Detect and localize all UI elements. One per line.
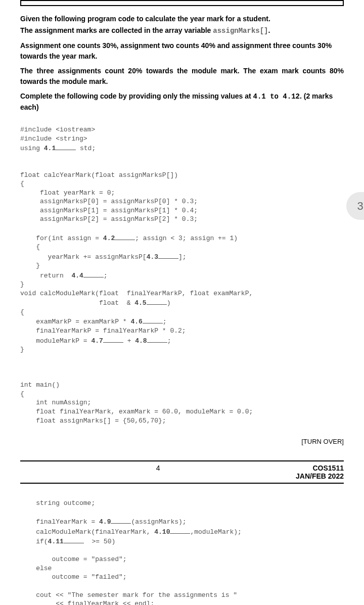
intro-p3: The three assignments count 20% towards … (20, 66, 344, 87)
question-intro: Given the following program code to calc… (20, 14, 344, 113)
intro-p1b: The assignment marks are collected in th… (20, 25, 344, 36)
intro-p2: Assignment one counts 30%, assignment tw… (20, 40, 344, 62)
top-border (20, 0, 344, 6)
intro-p4: Complete the following code by providing… (20, 91, 344, 113)
page-footer: 4 COS1511 JAN/FEB 2022 (20, 460, 344, 484)
code-block-2: string outcome; finalYearMark = 4.9(assi… (20, 499, 344, 605)
turn-over-label: [TURN OVER] (20, 438, 344, 445)
footer-right: COS1511 JAN/FEB 2022 (296, 464, 344, 480)
page-tab-badge: 3 (346, 192, 364, 220)
code-block-1: #include <iostream> #include <string> us… (20, 125, 344, 425)
footer-page-number: 4 (156, 464, 160, 480)
intro-p1a: Given the following program code to calc… (20, 14, 344, 24)
